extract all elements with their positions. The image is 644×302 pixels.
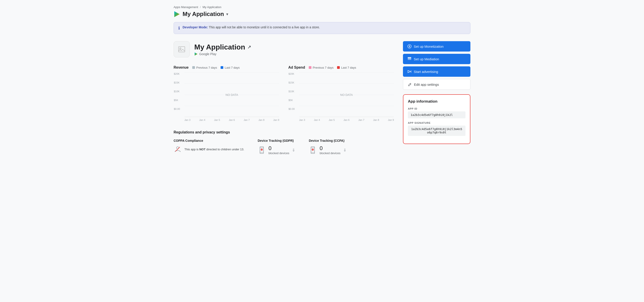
edit-icon xyxy=(408,82,412,86)
ccpa-download-icon[interactable]: ⇓ xyxy=(343,148,346,153)
gdpr-icon xyxy=(258,146,266,154)
monetization-button[interactable]: $ Set up Monetization xyxy=(403,41,470,52)
ccpa-content: 0 blocked devices ⇓ xyxy=(309,145,346,155)
x-label-jan4: Jan 4 xyxy=(199,119,205,121)
svg-point-2 xyxy=(180,48,181,49)
y-label-10k: $10K xyxy=(174,90,180,93)
ad-x-label-jan5: Jan 5 xyxy=(329,119,335,121)
revenue-legend-prev: Previous 7 days xyxy=(192,66,217,69)
ccpa-label: blocked devices xyxy=(320,151,340,155)
regulations-title: Regulations and privacy settings xyxy=(174,130,394,134)
dev-banner-message: This app will not be able to monetize un… xyxy=(208,26,320,29)
breadcrumb-parent[interactable]: Apps Management xyxy=(174,6,198,9)
monetization-label: Set up Monetization xyxy=(414,45,444,48)
gdpr-label: blocked devices xyxy=(268,151,290,155)
y-label-15k: $15K xyxy=(174,81,180,84)
advertising-button[interactable]: Start advertising xyxy=(403,66,470,77)
app-header: My Application ▾ xyxy=(174,11,470,18)
revenue-chart-title: Revenue xyxy=(174,66,189,70)
x-label-jan3: Jan 3 xyxy=(184,119,190,121)
coppa-desc2: directed to children under 13. xyxy=(206,148,244,151)
ad-y-label-0: $0.00 xyxy=(288,108,295,110)
ad-spend-chart-area: $20K $15K $10K $5K $0.00 NO DATA xyxy=(288,72,394,117)
ad-grid-line-4 xyxy=(299,106,394,106)
external-link-icon[interactable]: ↗ xyxy=(247,44,251,50)
revenue-prev-label: Previous 7 days xyxy=(196,66,217,69)
ad-x-label-jan3: Jan 3 xyxy=(299,119,305,121)
y-label-0: $0.00 xyxy=(174,108,180,110)
platform-play-icon xyxy=(194,52,198,56)
ad-y-label-10k: $10K xyxy=(288,90,295,93)
ad-spend-legend-last: Last 7 days xyxy=(337,66,356,69)
action-buttons: $ Set up Monetization Set up Mediation xyxy=(403,41,470,90)
svg-marker-3 xyxy=(195,53,198,56)
mediation-button[interactable]: Set up Mediation xyxy=(403,54,470,64)
app-sig-value[interactable]: 1a2b3c4d5e6f7g8h9i0j1k2l3m4n5o6p7q8r9s0t xyxy=(408,126,466,136)
edit-settings-button[interactable]: Edit app settings xyxy=(403,79,470,90)
gdpr-download-icon[interactable]: ⇓ xyxy=(292,148,295,153)
app-sig-field: APP SIGNATURE 1a2b3c4d5e6f7g8h9i0j1k2l3m… xyxy=(408,122,466,136)
ad-spend-prev-label: Previous 7 days xyxy=(313,66,334,69)
advertising-icon xyxy=(408,70,412,74)
app-icon xyxy=(174,41,190,57)
grid-line-2 xyxy=(184,84,279,84)
gdpr-item: Device Tracking (GDPR) xyxy=(258,139,296,155)
ccpa-count-block: 0 blocked devices xyxy=(320,145,340,155)
breadcrumb: Apps Management / My Application xyxy=(174,6,470,9)
app-name-text: My Application xyxy=(194,43,245,51)
ad-y-label-5k: $5K xyxy=(288,99,295,102)
revenue-no-data: NO DATA xyxy=(226,93,238,96)
x-label-jan8: Jan 8 xyxy=(258,119,264,121)
revenue-chart-header: Revenue Previous 7 days Last 7 days xyxy=(174,66,279,70)
svg-marker-23 xyxy=(408,71,410,73)
revenue-last-dot xyxy=(220,66,223,69)
svg-rect-1 xyxy=(178,47,185,52)
revenue-last-label: Last 7 days xyxy=(225,66,240,69)
ad-x-label-jan7: Jan 7 xyxy=(358,119,364,121)
x-label-jan5: Jan 5 xyxy=(214,119,220,121)
mediation-label: Set up Mediation xyxy=(414,57,439,61)
coppa-title: COPPA Compliance xyxy=(174,139,244,142)
dev-banner-icon: ℹ xyxy=(178,26,180,31)
developer-mode-banner: ℹ Developer Mode: This app will not be a… xyxy=(174,22,470,34)
ad-spend-chart-header: Ad Spend Previous 7 days Last 7 days xyxy=(288,66,394,70)
advertising-label: Start advertising xyxy=(414,70,438,74)
app-dropdown-arrow[interactable]: ▾ xyxy=(226,12,228,17)
svg-marker-0 xyxy=(174,11,180,17)
ad-grid-line-2 xyxy=(299,84,394,84)
regulations-section: Regulations and privacy settings COPPA C… xyxy=(174,130,394,155)
left-panel: My Application ↗ xyxy=(174,41,394,155)
coppa-text: This app is NOT directed to children und… xyxy=(184,148,244,151)
ad-spend-chart-title: Ad Spend xyxy=(288,66,305,70)
ccpa-item: Device Tracking (CCPA) xyxy=(309,139,346,155)
revenue-prev-dot xyxy=(192,66,195,69)
play-store-icon xyxy=(174,11,180,18)
coppa-icon-svg xyxy=(174,145,182,153)
x-label-jan7: Jan 7 xyxy=(244,119,250,121)
app-platform: Google Play xyxy=(194,52,251,56)
app-title: My Application xyxy=(182,11,224,18)
dev-banner-text: Developer Mode: This app will not be abl… xyxy=(182,26,320,29)
app-id-value[interactable]: 1a2b3c4d5e6f7g8h9i0j1k2l xyxy=(408,111,466,118)
revenue-y-labels: $20K $15K $10K $5K $0.00 xyxy=(174,73,180,110)
ccpa-count: 0 xyxy=(320,145,340,151)
app-info-card: App information APP ID 1a2b3c4d5e6f7g8h9… xyxy=(403,94,470,144)
app-sig-label: APP SIGNATURE xyxy=(408,122,466,124)
charts-row: Revenue Previous 7 days Last 7 days $20K xyxy=(174,66,394,121)
app-name-section: My Application ↗ xyxy=(194,43,251,56)
ad-spend-prev-dot xyxy=(309,66,312,69)
ad-y-label-15k: $15K xyxy=(288,81,295,84)
dev-banner-label: Developer Mode: xyxy=(182,26,208,29)
ad-spend-chart-body: NO DATA xyxy=(299,73,394,117)
ad-x-label-jan4: Jan 4 xyxy=(314,119,320,121)
gdpr-count: 0 xyxy=(268,145,290,151)
gdpr-count-block: 0 blocked devices xyxy=(268,145,290,155)
coppa-content: This app is NOT directed to children und… xyxy=(174,145,244,153)
svg-text:$: $ xyxy=(409,45,410,48)
revenue-chart-body: NO DATA xyxy=(184,73,279,117)
breadcrumb-separator: / xyxy=(200,6,201,9)
breadcrumb-current: My Application xyxy=(202,6,222,9)
right-panel: $ Set up Monetization Set up Mediation xyxy=(403,41,470,155)
grid-line-1 xyxy=(184,73,279,73)
ad-spend-chart: Ad Spend Previous 7 days Last 7 days $20… xyxy=(288,66,394,121)
